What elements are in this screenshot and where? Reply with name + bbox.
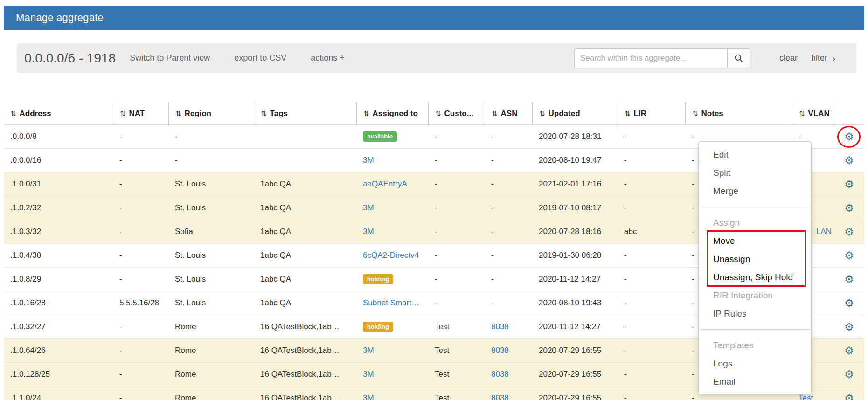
filter-link[interactable]: filter › [812,53,835,63]
menu-item-rir-integration[interactable]: RIR Integration [699,286,811,304]
column-label: Custo... [444,109,473,118]
cell-assigned: 3M [356,339,428,363]
cell-lir: - [618,363,685,386]
cell-address: .1.0.4/30 [4,244,113,268]
cell-lir: abc [618,220,685,244]
gear-icon[interactable]: ⚙ [844,345,854,357]
sort-icon: ⇅ [261,110,267,117]
cell-address: .1.0.32/27 [4,315,113,339]
cell-tags: 16 QATestBlock,1ab… [254,315,356,339]
status-badge: available [363,131,397,142]
cell-asn: - [485,244,532,268]
cell-asn: 8038 [485,339,532,363]
menu-item-ip-rules[interactable]: IP Rules [699,304,811,323]
search-button[interactable] [727,48,750,68]
menu-item-merge[interactable]: Merge [699,182,811,200]
cell-nat: - [113,315,168,339]
menu-item-split[interactable]: Split [699,164,811,182]
menu-item-unassign[interactable]: Unassign [699,250,811,268]
column-header-region[interactable]: ⇅Region [168,103,254,125]
column-label: VLAN [808,109,830,118]
column-header-notes[interactable]: ⇅Notes [685,103,792,125]
cell-nat: - [113,149,168,172]
vlan-link[interactable]: LAN [816,227,832,236]
cell-tags: 1abc QA [254,268,356,291]
sort-icon: ⇅ [10,110,16,117]
cell-assigned: 6cQA2-Directv4 [356,244,428,268]
cell-customer: Test [428,339,485,363]
assigned-link[interactable]: 3M [363,227,374,236]
menu-item-edit[interactable]: Edit [699,145,811,164]
gear-icon[interactable]: ⚙ [844,202,854,214]
column-label: Region [185,109,212,118]
column-header-nat[interactable]: ⇅NAT [113,103,168,125]
menu-item-email[interactable]: Email [699,372,811,391]
cell-nat: - [113,268,168,291]
gear-icon[interactable]: ⚙ [844,297,854,309]
switch-to-parent-view-link[interactable]: Switch to Parent view [130,53,210,63]
cell-address: .1.0.8/29 [4,268,113,291]
gear-icon[interactable]: ⚙ [844,273,854,285]
cell-tags: 16 QATestBlock,1ab… [254,339,356,363]
column-header-updated[interactable]: ⇅Updated [532,103,618,125]
cell-lir: - [618,125,685,149]
gear-icon[interactable]: ⚙ [844,368,854,380]
asn-link[interactable]: 8038 [491,322,509,331]
gear-icon[interactable]: ⚙ [844,226,854,238]
assigned-link[interactable]: Subnet Smart… [363,298,419,307]
gear-icon[interactable]: ⚙ [844,131,854,143]
assigned-link[interactable]: 6cQA2-Directv4 [363,251,419,260]
cell-lir: - [618,339,685,363]
actions-link[interactable]: actions + [311,53,345,63]
assigned-link[interactable]: 3M [363,346,374,355]
gear-icon[interactable]: ⚙ [844,249,854,262]
aggregate-title: 0.0.0.0/6 - 1918 [24,51,116,66]
cell-lir: - [618,268,685,291]
menu-item-move[interactable]: Move [699,232,811,250]
export-to-csv-link[interactable]: export to CSV [234,53,286,63]
cell-updated: 2019-01-30 06:20 [532,244,618,268]
cell-asn: - [485,149,532,172]
cell-region: Rome [168,386,254,400]
cell-asn: - [485,196,532,220]
cell-tags: 1abc QA [254,220,356,244]
menu-item-logs[interactable]: Logs [699,354,811,372]
column-header-address[interactable]: ⇅Address [4,103,113,125]
cell-tags: 16 QATestBlock,1ab… [254,386,356,400]
menu-item-assign[interactable]: Assign [699,214,811,232]
menu-items: EditSplitMergeAssignMoveUnassignUnassign… [699,142,811,394]
column-header-lir[interactable]: ⇅LIR [618,103,685,125]
asn-link[interactable]: 8038 [491,370,509,379]
asn-link[interactable]: 8038 [491,393,509,400]
column-header-asn[interactable]: ⇅ASN [485,103,532,125]
menu-item-templates[interactable]: Templates [699,336,811,354]
cell-nat: - [113,386,168,400]
cell-tags: 1abc QA [254,291,356,315]
cell-updated: 2020-11-12 14:27 [532,315,618,339]
assigned-link[interactable]: aaQAEntryA [363,179,407,188]
column-header-assigned[interactable]: ⇅Assigned to [356,103,428,125]
column-header-vlan[interactable]: ⇅VLAN [792,103,834,125]
clear-link[interactable]: clear [779,53,798,63]
cell-address: .0.0.0/16 [4,149,113,172]
column-header-tags[interactable]: ⇅Tags [254,103,356,125]
gear-icon[interactable]: ⚙ [844,321,854,333]
gear-icon[interactable]: ⚙ [844,392,854,400]
column-label: ASN [501,109,518,118]
cell-updated: 2020-08-10 19:43 [532,291,618,315]
assigned-link[interactable]: 3M [363,203,374,212]
menu-item-unassign-skip-hold[interactable]: Unassign, Skip Hold [699,268,811,286]
cell-region: - [168,125,254,149]
column-header-customer[interactable]: ⇅Custo... [428,103,485,125]
assigned-link[interactable]: 3M [363,393,374,400]
assigned-link[interactable]: 3M [363,370,374,379]
assigned-link[interactable]: 3M [363,156,374,165]
asn-link[interactable]: 8038 [491,346,509,355]
search-input[interactable] [574,48,727,68]
gear-icon[interactable]: ⚙ [844,178,854,190]
sort-icon: ⇅ [363,110,369,117]
cell-updated: 2020-07-28 18:16 [532,220,618,244]
gear-icon[interactable]: ⚙ [844,154,854,166]
column-label: LIR [634,109,646,118]
cell-address: .0.0.0/8 [4,125,113,149]
